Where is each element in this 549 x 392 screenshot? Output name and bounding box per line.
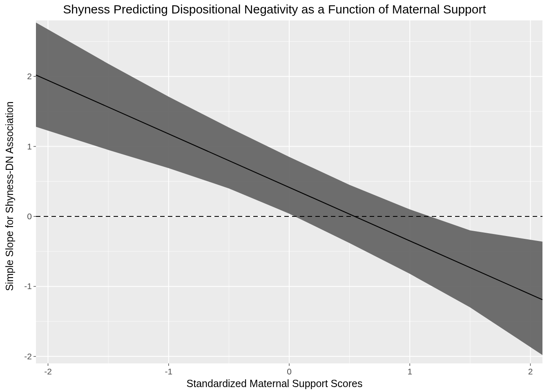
y-tick-label: 0	[16, 212, 32, 221]
chart-title: Shyness Predicting Dispositional Negativ…	[0, 2, 549, 16]
y-tick-label: 2	[16, 71, 32, 81]
plot-area	[36, 20, 542, 363]
y-axis-label: Simple Slope for Shyness-DN Association	[3, 0, 16, 392]
x-axis-label: Standardized Maternal Support Scores	[0, 378, 549, 390]
plot-svg	[36, 20, 542, 363]
x-tick-label: 0	[287, 367, 292, 376]
y-tick-label: -2	[16, 352, 32, 361]
y-tick-label: 1	[16, 142, 32, 151]
x-tick-label: 2	[528, 367, 533, 376]
x-tick-label: -1	[165, 367, 172, 376]
x-tick-label: 1	[407, 367, 412, 376]
x-tick-label: -2	[44, 367, 52, 376]
y-tick-label: -1	[16, 281, 32, 291]
